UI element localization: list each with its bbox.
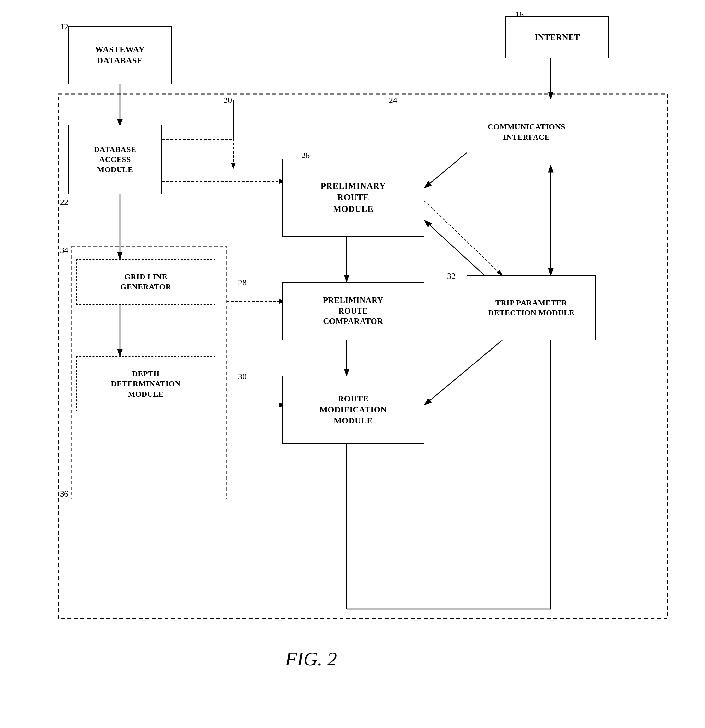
database-access-module-box: DATABASEACCESSMODULE <box>68 125 162 194</box>
grid-line-generator-box: GRID LINEGENERATOR <box>76 259 215 305</box>
communications-interface-label: COMMUNICATIONSINTERFACE <box>488 122 565 142</box>
svg-line-23 <box>425 340 502 405</box>
svg-line-24 <box>425 201 502 275</box>
ref-36: 36 <box>60 489 68 499</box>
preliminary-route-comparator-label: PRELIMINARYROUTECOMPARATOR <box>323 295 384 327</box>
ref-16: 16 <box>515 10 524 19</box>
ref-30: 30 <box>238 372 247 382</box>
database-access-label: DATABASEACCESSMODULE <box>94 144 136 175</box>
ref-12: 12 <box>60 22 68 32</box>
route-modification-box: ROUTEMODIFICATIONMODULE <box>282 376 425 444</box>
internet-box: INTERNET <box>506 16 609 58</box>
ref-22: 22 <box>60 198 68 207</box>
ref-26: 26 <box>301 151 310 160</box>
ref-20: 20 <box>224 95 232 105</box>
depth-determination-box: DEPTHDETERMINATIONMODULE <box>76 357 215 412</box>
figure-label: FIG. 2 <box>285 648 337 670</box>
preliminary-route-module-label: PRELIMINARYROUTEMODULE <box>321 181 386 214</box>
ref-32: 32 <box>447 272 455 281</box>
wasteway-database-box: WASTEWAYDATABASE <box>68 26 172 84</box>
route-modification-label: ROUTEMODIFICATIONMODULE <box>319 393 387 426</box>
internet-label: INTERNET <box>535 32 580 43</box>
ref-34: 34 <box>60 246 68 255</box>
trip-parameter-detection-box: TRIP PARAMETERDETECTION MODULE <box>467 275 596 340</box>
trip-parameter-label: TRIP PARAMETERDETECTION MODULE <box>488 298 574 318</box>
preliminary-route-comparator-box: PRELIMINARYROUTECOMPARATOR <box>282 282 425 340</box>
preliminary-route-module-box: PRELIMINARYROUTEMODULE <box>282 159 425 237</box>
ref-28: 28 <box>238 278 247 288</box>
communications-interface-box: COMMUNICATIONSINTERFACE <box>467 99 587 165</box>
ref-24: 24 <box>389 95 397 105</box>
wasteway-database-label: WASTEWAYDATABASE <box>95 44 144 66</box>
diagram-container: WASTEWAYDATABASE 12 INTERNET 16 DATABASE… <box>0 0 705 728</box>
depth-determination-label: DEPTHDETERMINATIONMODULE <box>111 369 181 399</box>
grid-line-generator-label: GRID LINEGENERATOR <box>120 272 171 292</box>
